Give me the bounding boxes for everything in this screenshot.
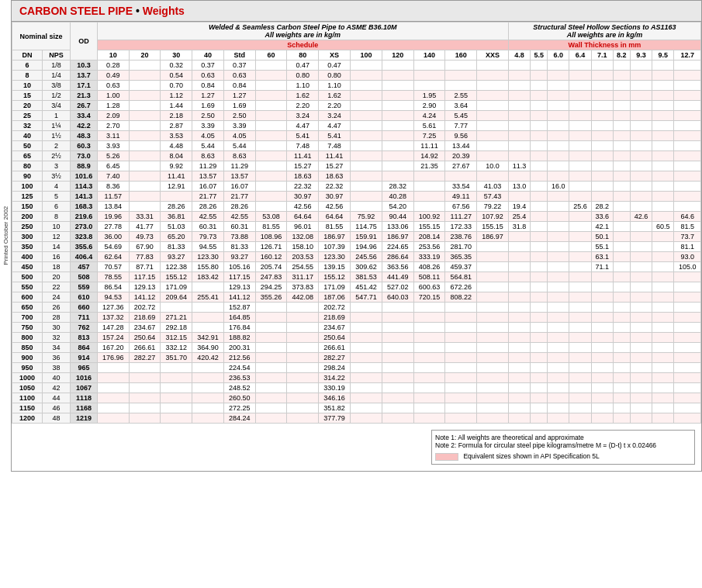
- cell-w64: [569, 151, 591, 161]
- cell-w55: [531, 121, 548, 131]
- cell-nps: 20: [42, 272, 70, 282]
- cell-xxs: [477, 262, 509, 272]
- cell-w71: [591, 333, 613, 343]
- cell-od: 101.6: [71, 171, 98, 182]
- cell-nps: 14: [42, 242, 70, 252]
- cell-s30: 8.04: [161, 151, 192, 161]
- cell-w93: [630, 151, 652, 161]
- cell-s60: [255, 141, 287, 151]
- cell-w55: [531, 111, 548, 121]
- cell-w64: [569, 373, 591, 383]
- cell-s140: 253.56: [413, 242, 445, 252]
- cell-w71: [591, 171, 613, 182]
- cell-xxs: [477, 323, 509, 333]
- cell-xxs: [477, 91, 509, 101]
- cell-w60: 16.0: [548, 182, 569, 192]
- cell-w55: [531, 282, 548, 292]
- table-row: 1100441118260.50346.16: [12, 393, 701, 403]
- cell-s30: [161, 413, 192, 424]
- cell-w64: [569, 91, 591, 101]
- cell-s60: [255, 111, 287, 121]
- cell-w64: [569, 333, 591, 343]
- cell-xs: 3.24: [319, 111, 351, 121]
- cell-std: 260.50: [223, 393, 255, 403]
- cell-w93: [630, 222, 652, 232]
- cell-s100: [351, 121, 382, 131]
- col-header-s10: 10: [97, 50, 129, 61]
- cell-w60: [548, 242, 569, 252]
- cell-s160: 281.70: [445, 242, 477, 252]
- cell-s30: 209.64: [161, 292, 192, 303]
- cell-s140: [413, 413, 445, 424]
- cell-s20: 117.15: [129, 272, 161, 282]
- cell-w93: [630, 403, 652, 413]
- table-row: 40016406.462.6477.8393.27123.3093.27160.…: [12, 252, 701, 262]
- cell-w48: [508, 91, 530, 101]
- cell-w95: [652, 272, 674, 282]
- cell-s40: [192, 373, 224, 383]
- cell-s40: 21.77: [192, 192, 224, 202]
- cell-xxs: [477, 61, 509, 71]
- cell-s160: 111.27: [445, 212, 477, 222]
- cell-s140: [413, 353, 445, 363]
- cell-w127: [674, 393, 701, 403]
- cell-nps: 2: [42, 141, 70, 151]
- cell-s160: 49.11: [445, 192, 477, 202]
- cell-w71: [591, 313, 613, 323]
- cell-s80: 15.27: [287, 161, 319, 171]
- cell-s60: [255, 151, 287, 161]
- cell-w93: [630, 171, 652, 182]
- cell-w71: [591, 151, 613, 161]
- cell-s120: [382, 413, 413, 424]
- cell-s160: 20.39: [445, 151, 477, 161]
- cell-w71: [591, 373, 613, 383]
- cell-dn: 150: [12, 202, 43, 212]
- cell-w48: [508, 303, 530, 313]
- table-row: 61/810.30.280.320.370.370.470.47: [12, 61, 701, 71]
- cell-w93: [630, 232, 652, 242]
- cell-s10: 157.24: [97, 333, 129, 343]
- cell-std: 188.82: [223, 333, 255, 343]
- cell-s30: 271.21: [161, 313, 192, 323]
- cell-w60: [548, 353, 569, 363]
- cell-w127: [674, 141, 701, 151]
- cell-w71: 28.2: [591, 202, 613, 212]
- cell-s20: [129, 101, 161, 111]
- cell-w82: [613, 292, 630, 303]
- cell-nps: 1: [42, 111, 70, 121]
- cell-w93: [630, 101, 652, 111]
- cell-w60: [548, 413, 569, 424]
- cell-s20: 129.13: [129, 282, 161, 292]
- cell-w93: [630, 91, 652, 101]
- cell-std: 200.31: [223, 343, 255, 353]
- cell-s30: 51.03: [161, 222, 192, 232]
- cell-s60: [255, 121, 287, 131]
- cell-xxs: [477, 121, 509, 131]
- cell-nps: 3½: [42, 171, 70, 182]
- cell-s80: [287, 373, 319, 383]
- cell-s100: [351, 303, 382, 313]
- cell-std: 73.88: [223, 232, 255, 242]
- cell-w48: [508, 101, 530, 111]
- header-structural: Structural Steel Hollow Sections to AS11…: [508, 22, 700, 40]
- cell-s120: 90.44: [382, 212, 413, 222]
- cell-xxs: [477, 171, 509, 182]
- cell-w71: [591, 343, 613, 353]
- cell-s30: 171.09: [161, 282, 192, 292]
- table-row: 6002461094.53141.12209.64255.41141.12355…: [12, 292, 701, 303]
- cell-w64: [569, 313, 591, 323]
- cell-w60: [548, 393, 569, 403]
- cell-od: 1118: [71, 393, 98, 403]
- cell-w127: [674, 353, 701, 363]
- col-header-w127: 12.7: [674, 50, 701, 61]
- cell-s10: 94.53: [97, 292, 129, 303]
- cell-od: 406.4: [71, 252, 98, 262]
- cell-s120: [382, 71, 413, 81]
- cell-s80: [287, 333, 319, 343]
- cell-w93: [630, 383, 652, 393]
- col-header-s40: 40: [192, 50, 224, 61]
- cell-w127: [674, 282, 701, 292]
- cell-w127: [674, 171, 701, 182]
- cell-s20: 234.67: [129, 323, 161, 333]
- cell-w48: [508, 413, 530, 424]
